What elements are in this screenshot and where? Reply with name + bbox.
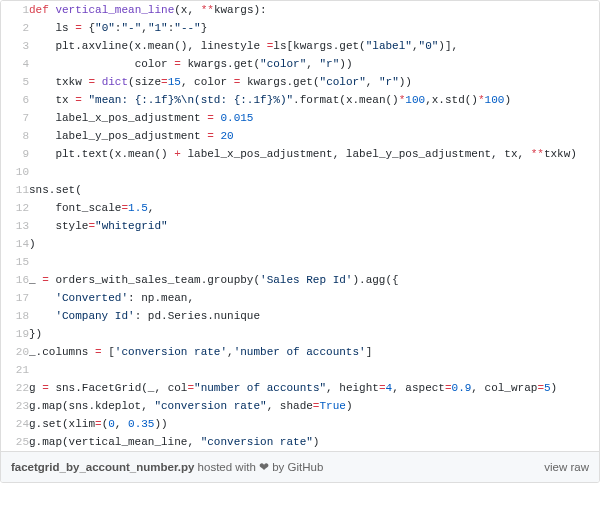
code-row: 12 font_scale=1.5, <box>1 199 599 217</box>
heart-icon: ❤ <box>259 461 269 473</box>
code-body: 1def vertical_mean_line(x, **kwargs):2 l… <box>1 1 599 451</box>
line-number[interactable]: 23 <box>1 397 29 415</box>
line-number[interactable]: 15 <box>1 253 29 271</box>
code-line[interactable]: plt.text(x.mean() + label_x_pos_adjustme… <box>29 145 599 163</box>
line-number[interactable]: 8 <box>1 127 29 145</box>
code-row: 10 <box>1 163 599 181</box>
code-row: 22g = sns.FacetGrid(_, col="number of ac… <box>1 379 599 397</box>
line-number[interactable]: 16 <box>1 271 29 289</box>
footer-left: facetgrid_by_account_number.py hosted wi… <box>11 460 323 474</box>
code-line[interactable]: ls = {"0":"-","1":"--"} <box>29 19 599 37</box>
line-number[interactable]: 9 <box>1 145 29 163</box>
code-row: 20_.columns = ['conversion rate','number… <box>1 343 599 361</box>
code-table: 1def vertical_mean_line(x, **kwargs):2 l… <box>1 1 599 451</box>
code-line[interactable]: ) <box>29 235 599 253</box>
code-row: 4 color = kwargs.get("color", "r")) <box>1 55 599 73</box>
line-number[interactable]: 25 <box>1 433 29 451</box>
code-row: 17 'Converted': np.mean, <box>1 289 599 307</box>
code-line[interactable]: g = sns.FacetGrid(_, col="number of acco… <box>29 379 599 397</box>
code-row: 18 'Company Id': pd.Series.nunique <box>1 307 599 325</box>
code-line[interactable]: color = kwargs.get("color", "r")) <box>29 55 599 73</box>
code-line[interactable] <box>29 163 599 181</box>
code-row: 11sns.set( <box>1 181 599 199</box>
code-line[interactable]: g.map(sns.kdeplot, "conversion rate", sh… <box>29 397 599 415</box>
code-row: 13 style="whitegrid" <box>1 217 599 235</box>
view-raw-link[interactable]: view raw <box>544 461 589 473</box>
code-line[interactable]: def vertical_mean_line(x, **kwargs): <box>29 1 599 19</box>
line-number[interactable]: 13 <box>1 217 29 235</box>
line-number[interactable]: 11 <box>1 181 29 199</box>
line-number[interactable]: 21 <box>1 361 29 379</box>
line-number[interactable]: 10 <box>1 163 29 181</box>
code-line[interactable]: style="whitegrid" <box>29 217 599 235</box>
code-row: 9 plt.text(x.mean() + label_x_pos_adjust… <box>1 145 599 163</box>
code-line[interactable]: g.map(vertical_mean_line, "conversion ra… <box>29 433 599 451</box>
filename-link[interactable]: facetgrid_by_account_number.py <box>11 461 194 473</box>
code-line[interactable]: g.set(xlim=(0, 0.35)) <box>29 415 599 433</box>
line-number[interactable]: 7 <box>1 109 29 127</box>
filename-text: facetgrid_by_account_number.py <box>11 461 194 473</box>
code-line[interactable]: }) <box>29 325 599 343</box>
code-row: 14) <box>1 235 599 253</box>
gist-embed: 1def vertical_mean_line(x, **kwargs):2 l… <box>0 0 600 483</box>
code-line[interactable]: font_scale=1.5, <box>29 199 599 217</box>
code-row: 7 label_x_pos_adjustment = 0.015 <box>1 109 599 127</box>
code-row: 3 plt.axvline(x.mean(), linestyle =ls[kw… <box>1 37 599 55</box>
code-line[interactable]: sns.set( <box>29 181 599 199</box>
github-link[interactable]: GitHub <box>288 461 324 473</box>
line-number[interactable]: 12 <box>1 199 29 217</box>
code-line[interactable]: 'Company Id': pd.Series.nunique <box>29 307 599 325</box>
by-text: by <box>269 461 288 473</box>
code-line[interactable] <box>29 253 599 271</box>
code-row: 15 <box>1 253 599 271</box>
gist-footer: facetgrid_by_account_number.py hosted wi… <box>1 451 599 482</box>
line-number[interactable]: 4 <box>1 55 29 73</box>
code-line[interactable]: plt.axvline(x.mean(), linestyle =ls[kwar… <box>29 37 599 55</box>
line-number[interactable]: 18 <box>1 307 29 325</box>
line-number[interactable]: 14 <box>1 235 29 253</box>
code-row: 21 <box>1 361 599 379</box>
code-row: 5 txkw = dict(size=15, color = kwargs.ge… <box>1 73 599 91</box>
code-area: 1def vertical_mean_line(x, **kwargs):2 l… <box>1 1 599 451</box>
code-line[interactable]: _.columns = ['conversion rate','number o… <box>29 343 599 361</box>
line-number[interactable]: 1 <box>1 1 29 19</box>
line-number[interactable]: 5 <box>1 73 29 91</box>
code-line[interactable]: 'Converted': np.mean, <box>29 289 599 307</box>
code-row: 2 ls = {"0":"-","1":"--"} <box>1 19 599 37</box>
code-row: 19}) <box>1 325 599 343</box>
code-row: 8 label_y_pos_adjustment = 20 <box>1 127 599 145</box>
line-number[interactable]: 22 <box>1 379 29 397</box>
code-row: 1def vertical_mean_line(x, **kwargs): <box>1 1 599 19</box>
code-row: 16_ = orders_with_sales_team.groupby('Sa… <box>1 271 599 289</box>
code-row: 23g.map(sns.kdeplot, "conversion rate", … <box>1 397 599 415</box>
line-number[interactable]: 2 <box>1 19 29 37</box>
line-number[interactable]: 24 <box>1 415 29 433</box>
code-line[interactable]: txkw = dict(size=15, color = kwargs.get(… <box>29 73 599 91</box>
code-row: 24g.set(xlim=(0, 0.35)) <box>1 415 599 433</box>
line-number[interactable]: 3 <box>1 37 29 55</box>
code-row: 25g.map(vertical_mean_line, "conversion … <box>1 433 599 451</box>
hosted-prefix: hosted with <box>194 461 259 473</box>
code-line[interactable] <box>29 361 599 379</box>
code-line[interactable]: tx = "mean: {:.1f}%\n(std: {:.1f}%)".for… <box>29 91 599 109</box>
code-row: 6 tx = "mean: {:.1f}%\n(std: {:.1f}%)".f… <box>1 91 599 109</box>
line-number[interactable]: 20 <box>1 343 29 361</box>
code-line[interactable]: _ = orders_with_sales_team.groupby('Sale… <box>29 271 599 289</box>
code-line[interactable]: label_y_pos_adjustment = 20 <box>29 127 599 145</box>
line-number[interactable]: 19 <box>1 325 29 343</box>
code-line[interactable]: label_x_pos_adjustment = 0.015 <box>29 109 599 127</box>
line-number[interactable]: 17 <box>1 289 29 307</box>
line-number[interactable]: 6 <box>1 91 29 109</box>
